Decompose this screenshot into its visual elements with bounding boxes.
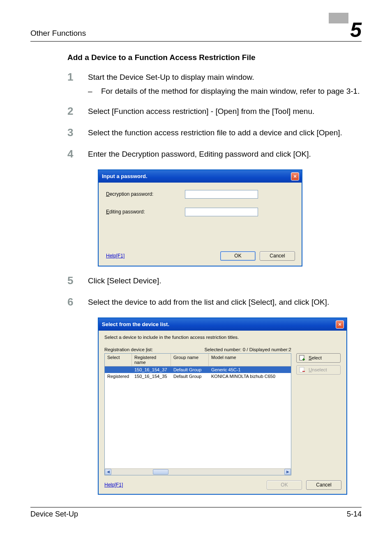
step-1: 1 Start the Device Set-Up to display mai…: [67, 71, 362, 96]
section-heading: Add a Device to a Function Access Restri…: [67, 53, 362, 62]
close-icon[interactable]: ×: [291, 172, 299, 181]
cell-registered: 150_16_154_35: [132, 373, 171, 380]
device-list-row[interactable]: Registered 150_16_154_35 Default Group K…: [105, 373, 291, 380]
horizontal-scrollbar[interactable]: ◀ ▶: [105, 468, 291, 475]
step-text: Select [Function access restriction] - […: [88, 105, 362, 117]
col-model-header[interactable]: Model name: [209, 354, 291, 366]
ok-button: OK: [267, 480, 302, 490]
device-listbox[interactable]: Select Registered name Group name Model …: [104, 353, 291, 475]
cell-model: Generic 45C-1: [209, 366, 291, 373]
help-link[interactable]: Help[F1]: [104, 482, 123, 488]
scroll-right-icon[interactable]: ▶: [284, 469, 291, 475]
footer-right: 5-14: [347, 510, 362, 519]
dash: –: [88, 86, 101, 97]
decryption-password-input[interactable]: [185, 190, 258, 199]
dialog-titlebar[interactable]: Input a password. ×: [99, 170, 302, 183]
cell-model: KONICA MINOLTA bizhub C650: [209, 373, 291, 380]
header-title: Other Functions: [30, 29, 86, 40]
editing-password-input[interactable]: [185, 208, 258, 216]
scroll-track[interactable]: [112, 469, 284, 475]
ok-button[interactable]: OK: [220, 251, 256, 261]
close-icon[interactable]: ×: [336, 320, 344, 329]
step-text: Start the Device Set-Up to display main …: [88, 72, 362, 83]
footer-left: Device Set-Up: [30, 510, 78, 519]
step-subtext: For details of the method for displaying…: [101, 86, 360, 97]
step-3: 3 Select the function access restriction…: [67, 127, 362, 139]
help-link[interactable]: Help[F1]: [106, 253, 125, 259]
select-device-dialog: Select from the device list. × Select a …: [98, 317, 347, 495]
cell-select: [105, 366, 132, 373]
select-button[interactable]: Select: [296, 353, 341, 363]
step-number: 2: [67, 105, 88, 118]
step-2: 2 Select [Function access restriction] -…: [67, 105, 362, 118]
chapter-tab: [329, 13, 348, 23]
col-select-header[interactable]: Select: [105, 354, 132, 366]
registration-list-label: Registration device list:: [104, 347, 153, 352]
editing-password-label: Editing password:: [106, 209, 185, 215]
scroll-thumb[interactable]: [153, 469, 168, 475]
step-number: 3: [67, 127, 88, 139]
select-add-icon: [299, 355, 305, 361]
step-text: Enter the Decryption password, Editing p…: [88, 148, 362, 160]
unselect-remove-icon: [299, 367, 305, 373]
dialog-titlebar[interactable]: Select from the device list. ×: [99, 318, 346, 331]
cell-group: Default Group: [171, 366, 209, 373]
device-list-row[interactable]: 150_16_154_37 Default Group Generic 45C-…: [105, 366, 291, 373]
step-number: 4: [67, 148, 88, 160]
dialog-title: Input a password.: [102, 173, 148, 179]
cancel-button[interactable]: Cancel: [306, 480, 341, 490]
cell-registered: 150_16_154_37: [132, 366, 171, 373]
cell-select: Registered: [105, 373, 132, 380]
dialog-title: Select from the device list.: [102, 321, 169, 327]
page-header: Other Functions 5: [30, 20, 362, 42]
decryption-password-label: Decryption password:: [106, 191, 185, 197]
step-4: 4 Enter the Decryption password, Editing…: [67, 148, 362, 160]
selection-count-label: Selected number: 0 / Displayed number:2: [204, 347, 291, 352]
step-number: 6: [67, 296, 88, 308]
list-column-headers[interactable]: Select Registered name Group name Model …: [105, 354, 291, 366]
scroll-left-icon[interactable]: ◀: [105, 469, 111, 475]
step-text: Select the function access restriction f…: [88, 127, 362, 138]
dialog-instruction: Select a device to include in the functi…: [104, 335, 341, 340]
unselect-button: Unselect: [296, 365, 341, 375]
step-text: Click [Select Device].: [88, 275, 362, 286]
cell-group: Default Group: [171, 373, 209, 380]
input-password-dialog: Input a password. × Decryption password:…: [98, 169, 302, 266]
page-footer: Device Set-Up 5-14: [30, 507, 362, 519]
col-group-header[interactable]: Group name: [171, 354, 209, 366]
cancel-button[interactable]: Cancel: [260, 251, 295, 261]
step-number: 5: [67, 275, 88, 287]
step-6: 6 Select the device to add from the list…: [67, 296, 362, 308]
col-registered-header[interactable]: Registered name: [132, 354, 171, 366]
chapter-number: 5: [350, 20, 362, 40]
step-number: 1: [67, 71, 88, 83]
step-text: Select the device to add from the list a…: [88, 296, 362, 308]
step-5: 5 Click [Select Device].: [67, 275, 362, 287]
